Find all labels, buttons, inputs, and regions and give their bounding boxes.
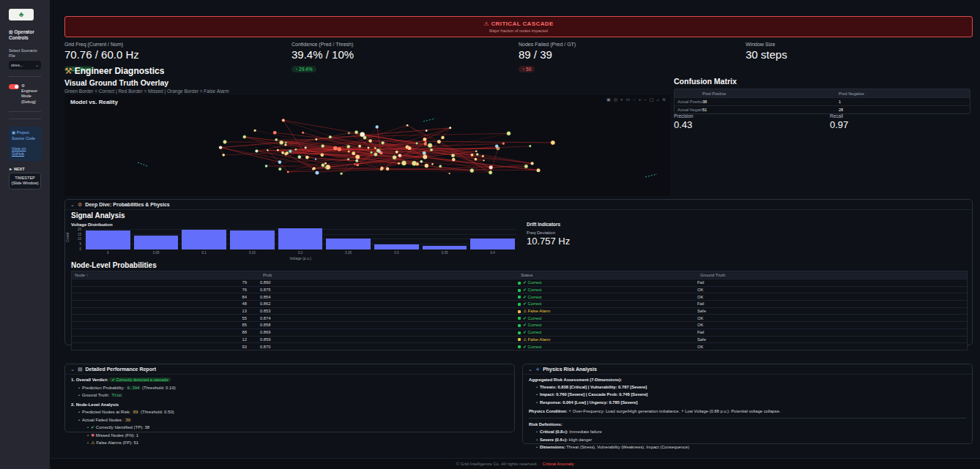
plotly-logo-icon[interactable]: ≋: [662, 97, 666, 102]
network-node[interactable]: [448, 173, 450, 174]
table-row[interactable]: 760.875✔ CorrectOK: [72, 286, 967, 293]
network-node[interactable]: [483, 160, 484, 161]
network-node[interactable]: [489, 170, 492, 174]
network-node[interactable]: [398, 154, 402, 157]
autoscale-icon[interactable]: ▢: [650, 97, 654, 102]
network-node[interactable]: [426, 130, 428, 132]
network-node[interactable]: [255, 149, 258, 152]
network-node[interactable]: [495, 144, 498, 147]
network-node[interactable]: [439, 165, 442, 168]
network-node[interactable]: [315, 171, 319, 175]
network-node[interactable]: [423, 155, 427, 160]
network-node[interactable]: [284, 153, 287, 156]
engineer-mode-toggle[interactable]: ⚙ Engineer Mode (Debug): [9, 83, 41, 105]
table-row[interactable]: 790.890✔ CorrectFail: [72, 279, 967, 286]
table-row[interactable]: 840.854✔ CorrectOK: [72, 293, 967, 300]
network-node[interactable]: [489, 165, 493, 169]
network-node[interactable]: [273, 131, 277, 135]
network-node[interactable]: [420, 160, 423, 163]
network-node[interactable]: [551, 140, 554, 144]
network-overlay-chart[interactable]: Model vs. Reality ▣◎⌖▭◌+−▢⌂≋: [64, 95, 670, 196]
network-node[interactable]: [368, 139, 372, 143]
network-node[interactable]: [396, 151, 398, 154]
network-node[interactable]: [305, 146, 307, 149]
network-node[interactable]: [267, 149, 268, 151]
column-ground-truth[interactable]: Ground Truth: [697, 273, 967, 277]
zoom-in-icon[interactable]: +: [639, 97, 642, 102]
network-node[interactable]: [348, 151, 350, 153]
scenario-select[interactable]: stres... ⌄: [9, 61, 41, 70]
network-node[interactable]: [324, 166, 326, 168]
network-node[interactable]: [289, 150, 292, 153]
network-node[interactable]: [441, 136, 445, 140]
network-node[interactable]: [253, 130, 256, 132]
table-row[interactable]: 880.869✔ CorrectFail: [72, 329, 967, 336]
network-node[interactable]: [502, 143, 505, 145]
network-node[interactable]: [470, 169, 474, 173]
network-node[interactable]: [393, 155, 396, 159]
network-node[interactable]: [354, 163, 355, 165]
network-node[interactable]: [265, 165, 267, 167]
network-node[interactable]: [282, 119, 285, 121]
network-node[interactable]: [298, 155, 302, 159]
network-node[interactable]: [437, 140, 441, 143]
voltage-histogram[interactable]: [84, 228, 516, 249]
network-node[interactable]: [401, 161, 406, 165]
network-node[interactable]: [380, 167, 384, 170]
network-node[interactable]: [347, 145, 350, 148]
pan-icon[interactable]: ⌖: [620, 97, 623, 102]
toggle-pill[interactable]: [9, 84, 19, 89]
network-node[interactable]: [530, 162, 533, 165]
table-row[interactable]: 550.874✔ CorrectOK: [72, 314, 967, 321]
network-node[interactable]: [219, 146, 222, 149]
network-node[interactable]: [305, 156, 309, 160]
network-node[interactable]: [223, 140, 227, 144]
network-node[interactable]: [322, 144, 324, 147]
reset-axes-icon[interactable]: ⌂: [656, 97, 659, 102]
network-node[interactable]: [430, 149, 433, 151]
network-node[interactable]: [379, 151, 382, 154]
network-graph[interactable]: [64, 95, 670, 196]
network-node[interactable]: [507, 132, 511, 135]
network-node[interactable]: [475, 150, 478, 152]
network-node[interactable]: [471, 154, 474, 157]
next-timestep-button[interactable]: TIMESTEP (Slide Window): [9, 173, 41, 190]
table-row[interactable]: 480.862✔ CorrectFail: [72, 300, 967, 307]
github-link[interactable]: View on GitHub: [12, 146, 38, 157]
network-node[interactable]: [347, 159, 349, 161]
network-node[interactable]: [407, 124, 409, 127]
table-row[interactable]: 120.859⚠ False AlarmSafe: [72, 336, 967, 343]
network-node[interactable]: [482, 155, 484, 157]
network-node[interactable]: [374, 153, 378, 157]
network-node[interactable]: [287, 171, 289, 173]
network-node[interactable]: [322, 164, 324, 167]
network-node[interactable]: [285, 142, 286, 143]
network-node[interactable]: [476, 153, 478, 155]
column-status[interactable]: Status: [518, 273, 697, 277]
table-row[interactable]: 930.870✔ CorrectOK: [72, 342, 967, 350]
network-node[interactable]: [386, 167, 389, 170]
network-node[interactable]: [423, 138, 426, 141]
network-node[interactable]: [280, 140, 283, 144]
network-node[interactable]: [333, 146, 338, 151]
table-row[interactable]: 850.858✔ CorrectOK: [72, 321, 967, 329]
network-node[interactable]: [355, 155, 360, 160]
network-node[interactable]: [358, 145, 361, 148]
network-node[interactable]: [281, 151, 284, 154]
camera-icon[interactable]: ▣: [606, 97, 611, 102]
network-node[interactable]: [431, 163, 434, 165]
network-node[interactable]: [243, 135, 246, 138]
network-node[interactable]: [371, 151, 373, 154]
zoom-icon[interactable]: ◎: [614, 97, 617, 102]
network-node[interactable]: [529, 145, 531, 147]
network-node[interactable]: [423, 151, 426, 155]
network-node[interactable]: [320, 153, 324, 157]
network-node[interactable]: [302, 132, 304, 134]
network-node[interactable]: [313, 167, 316, 170]
network-node[interactable]: [368, 147, 370, 149]
network-node[interactable]: [537, 168, 541, 172]
column-prob[interactable]: Prob: [254, 273, 518, 277]
network-node[interactable]: [363, 136, 367, 140]
network-node[interactable]: [356, 164, 359, 167]
network-node[interactable]: [524, 165, 528, 168]
